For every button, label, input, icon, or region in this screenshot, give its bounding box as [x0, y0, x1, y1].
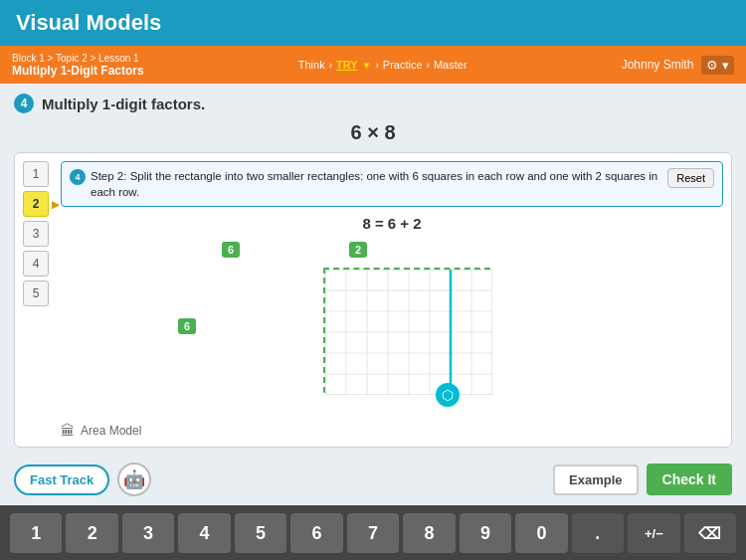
left-actions: Fast Track 🤖: [14, 463, 151, 496]
lesson-title: Multiply 1-Digit Factors: [12, 64, 144, 78]
user-name: Johnny Smith: [622, 58, 694, 72]
row-label-6: 6: [178, 318, 196, 334]
numkey-9[interactable]: 9: [460, 513, 511, 553]
step-5-btn[interactable]: 5: [23, 280, 49, 306]
fast-track-button[interactable]: Fast Track: [14, 465, 109, 495]
work-area: 4 Step 2: Split the rectangle into two s…: [61, 161, 723, 439]
numkey-4[interactable]: 4: [178, 513, 230, 553]
example-button[interactable]: Example: [553, 465, 638, 495]
col-label-6: 6: [222, 242, 240, 258]
steps-sidebar: 1 2 3 4 5: [23, 161, 51, 439]
check-it-button[interactable]: Check It: [647, 464, 732, 495]
reset-button[interactable]: Reset: [667, 168, 714, 188]
task-instruction: Multiply 1-digit factors.: [42, 95, 205, 112]
area-model-text: Area Model: [81, 424, 141, 438]
nav-arrow-1: ›: [329, 60, 332, 71]
instruction-inner: 4 Step 2: Split the rectangle into two s…: [70, 168, 659, 200]
numkey-2[interactable]: 2: [66, 513, 117, 553]
grid-wrapper: ⬡: [323, 268, 490, 393]
step-instruction-text: Step 2: Split the rectangle into two sma…: [91, 168, 659, 200]
problem-display: 6 × 8: [14, 121, 732, 144]
building-icon: 🏛: [61, 423, 75, 439]
nav-master[interactable]: Master: [434, 59, 467, 71]
col-label-2: 2: [349, 242, 367, 258]
grid-svg: [325, 270, 492, 395]
step-2-btn[interactable]: 2: [23, 191, 49, 217]
task-header: 4 Multiply 1-digit factors.: [14, 93, 732, 113]
grid-container: 6 6 2: [61, 240, 723, 413]
nav-practice[interactable]: Practice: [383, 59, 423, 71]
main-content: 4 Multiply 1-digit factors. 6 × 8 1 2 3 …: [0, 84, 746, 454]
gear-button[interactable]: ⚙ ▾: [701, 56, 734, 75]
numkey-plusminus[interactable]: +/−: [628, 513, 679, 553]
numkey-0[interactable]: 0: [515, 513, 567, 553]
nav-arrow-try: ▼: [362, 60, 372, 71]
app-bar-right: Johnny Smith ⚙ ▾: [622, 56, 734, 75]
nav-steps: Think › TRY ▼ › Practice › Master: [298, 59, 467, 71]
breadcrumb: Block 1 > Topic 2 > Lesson 1: [12, 53, 144, 64]
nav-arrow-2: ›: [376, 60, 379, 71]
num-pad: 1 2 3 4 5 6 7 8 9 0 . +/− ⌫: [0, 505, 746, 560]
top-banner: Visual Models: [0, 0, 746, 46]
step-3-btn[interactable]: 3: [23, 221, 49, 247]
step-icon: 4: [70, 169, 86, 185]
numkey-8[interactable]: 8: [403, 513, 455, 553]
numkey-7[interactable]: 7: [347, 513, 399, 553]
avatar-icon: 🤖: [117, 463, 151, 496]
numkey-3[interactable]: 3: [122, 513, 174, 553]
step-1-btn[interactable]: 1: [23, 161, 49, 187]
numkey-backspace[interactable]: ⌫: [684, 513, 736, 553]
numkey-1[interactable]: 1: [10, 513, 62, 553]
content-panel: 1 2 3 4 5 4 Step 2: Split the rectangle …: [14, 152, 732, 448]
area-model-label: 🏛 Area Model: [61, 423, 723, 439]
equation-display: 8 = 6 + 2: [61, 215, 723, 232]
app-title: Visual Models: [16, 10, 161, 36]
numkey-dot[interactable]: .: [572, 513, 624, 553]
nav-arrow-3: ›: [427, 60, 430, 71]
step-4-btn[interactable]: 4: [23, 251, 49, 277]
step-instruction: 4 Step 2: Split the rectangle into two s…: [61, 161, 723, 207]
numkey-5[interactable]: 5: [235, 513, 286, 553]
right-actions: Example Check It: [553, 464, 732, 495]
nav-try[interactable]: TRY: [336, 59, 358, 71]
app-bar: Block 1 > Topic 2 > Lesson 1 Multiply 1-…: [0, 46, 746, 84]
task-number: 4: [14, 93, 34, 113]
bottom-bar: Fast Track 🤖 Example Check It: [0, 454, 746, 505]
nav-think[interactable]: Think: [298, 59, 325, 71]
drag-handle[interactable]: ⬡: [436, 383, 460, 407]
app-bar-left: Block 1 > Topic 2 > Lesson 1 Multiply 1-…: [12, 53, 144, 78]
numkey-6[interactable]: 6: [290, 513, 342, 553]
